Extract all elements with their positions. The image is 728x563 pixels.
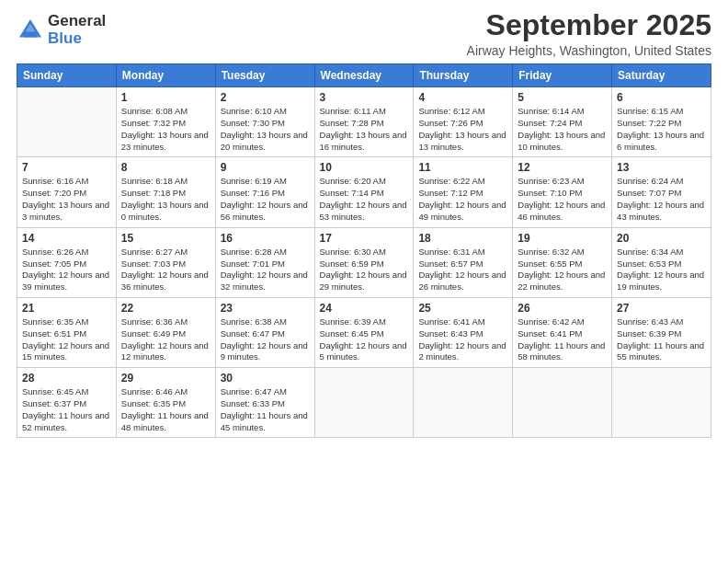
day-number: 8: [121, 161, 210, 174]
day-number: 3: [320, 91, 409, 104]
calendar-cell: 17Sunrise: 6:30 AM Sunset: 6:59 PM Dayli…: [314, 227, 414, 297]
page: General Blue September 2025 Airway Heigh…: [0, 0, 728, 563]
day-number: 15: [121, 232, 210, 245]
calendar-cell: 23Sunrise: 6:38 AM Sunset: 6:47 PM Dayli…: [215, 297, 314, 367]
day-info: Sunrise: 6:14 AM Sunset: 7:24 PM Dayligh…: [518, 106, 607, 153]
day-number: 25: [418, 302, 507, 315]
calendar-cell: 30Sunrise: 6:47 AM Sunset: 6:33 PM Dayli…: [215, 368, 314, 438]
logo-icon: [17, 17, 44, 44]
location: Airway Heights, Washington, United State…: [467, 43, 711, 58]
day-number: 6: [617, 91, 706, 104]
day-number: 10: [320, 161, 409, 174]
calendar-cell: 3Sunrise: 6:11 AM Sunset: 7:28 PM Daylig…: [314, 87, 414, 157]
day-info: Sunrise: 6:35 AM Sunset: 6:51 PM Dayligh…: [22, 316, 111, 363]
calendar-header: SundayMondayTuesdayWednesdayThursdayFrid…: [17, 64, 711, 87]
day-info: Sunrise: 6:27 AM Sunset: 7:03 PM Dayligh…: [121, 247, 210, 293]
day-info: Sunrise: 6:16 AM Sunset: 7:20 PM Dayligh…: [22, 176, 111, 223]
day-number: 19: [518, 232, 607, 245]
day-info: Sunrise: 6:23 AM Sunset: 7:10 PM Dayligh…: [518, 176, 607, 223]
day-info: Sunrise: 6:32 AM Sunset: 6:55 PM Dayligh…: [518, 247, 607, 293]
day-info: Sunrise: 6:18 AM Sunset: 7:18 PM Dayligh…: [121, 176, 210, 223]
day-info: Sunrise: 6:39 AM Sunset: 6:45 PM Dayligh…: [320, 316, 409, 363]
day-number: 27: [617, 302, 706, 315]
svg-rect-2: [24, 31, 38, 37]
day-number: 18: [418, 232, 507, 245]
day-number: 22: [121, 302, 210, 315]
calendar-table: SundayMondayTuesdayWednesdayThursdayFrid…: [17, 63, 711, 438]
day-info: Sunrise: 6:45 AM Sunset: 6:37 PM Dayligh…: [22, 386, 111, 433]
day-number: 12: [518, 161, 607, 174]
header-day-saturday: Saturday: [612, 64, 711, 87]
logo-text: General Blue: [48, 13, 106, 47]
calendar-cell: 24Sunrise: 6:39 AM Sunset: 6:45 PM Dayli…: [314, 297, 414, 367]
header-row: SundayMondayTuesdayWednesdayThursdayFrid…: [17, 64, 711, 87]
day-info: Sunrise: 6:26 AM Sunset: 7:05 PM Dayligh…: [22, 247, 111, 293]
logo-blue: Blue: [48, 30, 106, 48]
day-number: 5: [518, 91, 607, 104]
calendar-cell: 1Sunrise: 6:08 AM Sunset: 7:32 PM Daylig…: [116, 87, 215, 157]
calendar-cell: 7Sunrise: 6:16 AM Sunset: 7:20 PM Daylig…: [17, 157, 117, 227]
day-info: Sunrise: 6:47 AM Sunset: 6:33 PM Dayligh…: [221, 386, 310, 433]
calendar-cell: 21Sunrise: 6:35 AM Sunset: 6:51 PM Dayli…: [17, 297, 117, 367]
day-info: Sunrise: 6:38 AM Sunset: 6:47 PM Dayligh…: [221, 316, 310, 363]
day-info: Sunrise: 6:11 AM Sunset: 7:28 PM Dayligh…: [320, 106, 409, 153]
calendar-cell: 8Sunrise: 6:18 AM Sunset: 7:18 PM Daylig…: [116, 157, 215, 227]
calendar-cell: [17, 87, 117, 157]
calendar-cell: [414, 368, 513, 438]
day-info: Sunrise: 6:42 AM Sunset: 6:41 PM Dayligh…: [518, 316, 607, 363]
day-number: 21: [22, 302, 111, 315]
day-number: 13: [617, 161, 706, 174]
calendar-cell: 26Sunrise: 6:42 AM Sunset: 6:41 PM Dayli…: [513, 297, 612, 367]
day-info: Sunrise: 6:34 AM Sunset: 6:53 PM Dayligh…: [617, 247, 706, 293]
week-row-3: 21Sunrise: 6:35 AM Sunset: 6:51 PM Dayli…: [17, 297, 711, 367]
day-number: 7: [22, 161, 111, 174]
week-row-2: 14Sunrise: 6:26 AM Sunset: 7:05 PM Dayli…: [17, 227, 711, 297]
week-row-1: 7Sunrise: 6:16 AM Sunset: 7:20 PM Daylig…: [17, 157, 711, 227]
day-info: Sunrise: 6:10 AM Sunset: 7:30 PM Dayligh…: [221, 106, 310, 153]
day-info: Sunrise: 6:22 AM Sunset: 7:12 PM Dayligh…: [418, 176, 507, 223]
day-info: Sunrise: 6:15 AM Sunset: 7:22 PM Dayligh…: [617, 106, 706, 153]
calendar-cell: 22Sunrise: 6:36 AM Sunset: 6:49 PM Dayli…: [116, 297, 215, 367]
day-number: 28: [22, 372, 111, 385]
month-title: September 2025: [467, 9, 711, 41]
calendar-cell: 6Sunrise: 6:15 AM Sunset: 7:22 PM Daylig…: [612, 87, 711, 157]
title-block: September 2025 Airway Heights, Washingto…: [467, 9, 711, 58]
day-number: 20: [617, 232, 706, 245]
calendar-cell: 20Sunrise: 6:34 AM Sunset: 6:53 PM Dayli…: [612, 227, 711, 297]
calendar-cell: 10Sunrise: 6:20 AM Sunset: 7:14 PM Dayli…: [314, 157, 414, 227]
day-info: Sunrise: 6:20 AM Sunset: 7:14 PM Dayligh…: [320, 176, 409, 223]
calendar-cell: 27Sunrise: 6:43 AM Sunset: 6:39 PM Dayli…: [612, 297, 711, 367]
calendar-cell: 25Sunrise: 6:41 AM Sunset: 6:43 PM Dayli…: [414, 297, 513, 367]
header-day-friday: Friday: [513, 64, 612, 87]
day-number: 29: [121, 372, 210, 385]
day-number: 2: [221, 91, 310, 104]
week-row-4: 28Sunrise: 6:45 AM Sunset: 6:37 PM Dayli…: [17, 368, 711, 438]
day-info: Sunrise: 6:24 AM Sunset: 7:07 PM Dayligh…: [617, 176, 706, 223]
calendar-body: 1Sunrise: 6:08 AM Sunset: 7:32 PM Daylig…: [17, 87, 711, 438]
header-day-thursday: Thursday: [414, 64, 513, 87]
calendar-cell: 14Sunrise: 6:26 AM Sunset: 7:05 PM Dayli…: [17, 227, 117, 297]
header-day-sunday: Sunday: [17, 64, 117, 87]
header-day-tuesday: Tuesday: [215, 64, 314, 87]
calendar-cell: 13Sunrise: 6:24 AM Sunset: 7:07 PM Dayli…: [612, 157, 711, 227]
day-info: Sunrise: 6:46 AM Sunset: 6:35 PM Dayligh…: [121, 386, 210, 433]
day-info: Sunrise: 6:31 AM Sunset: 6:57 PM Dayligh…: [418, 247, 507, 293]
calendar-cell: 9Sunrise: 6:19 AM Sunset: 7:16 PM Daylig…: [215, 157, 314, 227]
day-number: 23: [221, 302, 310, 315]
day-info: Sunrise: 6:41 AM Sunset: 6:43 PM Dayligh…: [418, 316, 507, 363]
day-number: 17: [320, 232, 409, 245]
header: General Blue September 2025 Airway Heigh…: [17, 9, 711, 58]
calendar-cell: [612, 368, 711, 438]
logo: General Blue: [17, 13, 106, 47]
logo-general: General: [48, 13, 106, 30]
day-number: 26: [518, 302, 607, 315]
day-info: Sunrise: 6:30 AM Sunset: 6:59 PM Dayligh…: [320, 247, 409, 293]
day-number: 4: [418, 91, 507, 104]
day-info: Sunrise: 6:43 AM Sunset: 6:39 PM Dayligh…: [617, 316, 706, 363]
day-number: 1: [121, 91, 210, 104]
calendar-cell: 28Sunrise: 6:45 AM Sunset: 6:37 PM Dayli…: [17, 368, 117, 438]
day-info: Sunrise: 6:19 AM Sunset: 7:16 PM Dayligh…: [221, 176, 310, 223]
day-number: 9: [221, 161, 310, 174]
calendar-cell: 5Sunrise: 6:14 AM Sunset: 7:24 PM Daylig…: [513, 87, 612, 157]
header-day-monday: Monday: [116, 64, 215, 87]
